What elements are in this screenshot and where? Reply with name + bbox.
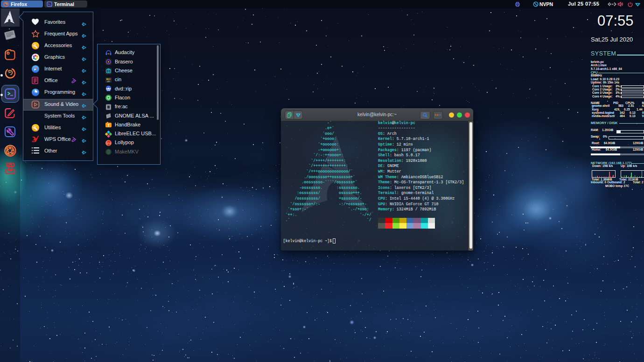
svg-text:DVD: DVD (107, 90, 111, 91)
svg-text:cin: cin (107, 80, 110, 83)
